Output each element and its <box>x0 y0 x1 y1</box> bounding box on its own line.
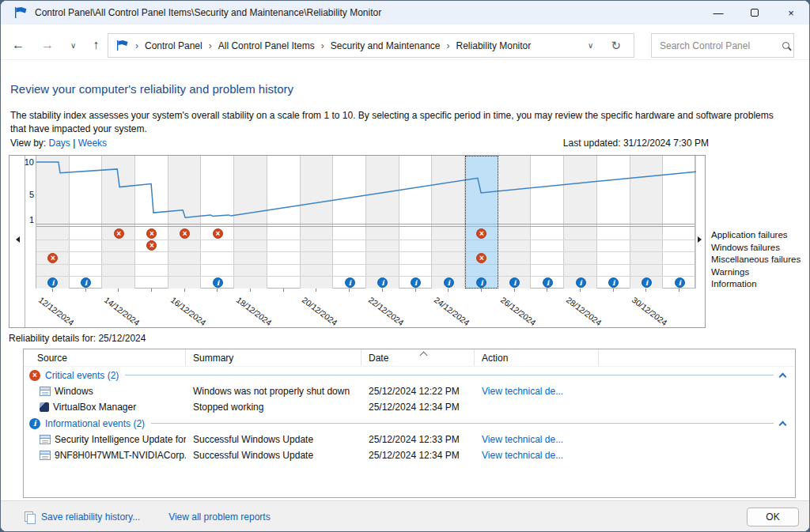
column-header-action[interactable]: Action <box>475 349 599 366</box>
address-dropdown-chevron-icon[interactable]: ∨ <box>588 41 593 50</box>
breadcrumb-item-security-and-maintenance[interactable]: Security and Maintenance <box>331 40 441 51</box>
event-group-label: Informational events (2) <box>45 418 145 429</box>
reliability-details-label: Reliability details for: 25/12/2024 <box>9 333 146 344</box>
x-axis-tick <box>118 289 119 292</box>
view-technical-details-link[interactable]: View technical de... <box>482 450 563 461</box>
breadcrumb-item-reliability-monitor[interactable]: Reliability Monitor <box>456 40 532 51</box>
breadcrumb-item-all-control-panel-items[interactable]: All Control Panel Items <box>218 40 315 51</box>
event-group-informational-events-2[interactable]: iInformational events (2) <box>24 415 795 432</box>
event-row-virtualbox-manager[interactable]: VirtualBox ManagerStopped working25/12/2… <box>24 399 795 415</box>
breadcrumb-separator-icon: › <box>447 40 450 51</box>
x-axis-tick <box>217 289 218 292</box>
reliability-details-table: SourceSummaryDateAction×Critical events … <box>23 349 796 498</box>
application-window-icon <box>40 451 51 460</box>
event-group-label: Critical events (2) <box>45 370 119 381</box>
collapse-chevron-icon[interactable] <box>779 372 787 380</box>
event-row-separator <box>36 264 695 265</box>
critical-event-icon[interactable]: × <box>213 228 223 239</box>
chart-plot-area: ××××××××iiiiiiiiiiiiii <box>36 156 695 289</box>
x-axis-tick <box>250 289 251 292</box>
sort-ascending-icon <box>420 352 428 360</box>
recent-pages-chevron-icon[interactable]: ∨ <box>70 41 76 50</box>
view-by-days-link[interactable]: Days <box>48 138 70 149</box>
x-axis-date-label-28-12-2024: 28/12/2024 <box>565 295 604 327</box>
critical-icon: × <box>29 370 40 381</box>
info-event-icon[interactable]: i <box>411 277 421 288</box>
refresh-icon[interactable]: ↻ <box>611 39 621 53</box>
info-event-icon[interactable]: i <box>675 277 685 288</box>
x-axis-tick <box>547 289 547 292</box>
x-axis-tick <box>679 289 679 292</box>
maximize-button[interactable] <box>736 1 773 25</box>
back-button[interactable]: ← <box>12 38 25 52</box>
legend-warnings: Warnings <box>711 266 801 279</box>
column-header-date[interactable]: Date <box>361 349 475 366</box>
ok-button[interactable]: OK <box>747 507 799 526</box>
legend-application-failures: Application failures <box>711 229 801 242</box>
breadcrumb-separator-icon: › <box>209 40 212 51</box>
cell-summary: Stopped working <box>186 402 361 413</box>
search-icon[interactable] <box>782 42 789 49</box>
cell-action: View technical de... <box>475 434 599 445</box>
critical-event-icon[interactable]: × <box>180 228 190 239</box>
event-group-rule <box>125 375 774 375</box>
reliability-monitor-window: Control Panel\All Control Panel Items\Se… <box>0 0 810 532</box>
info-icon: i <box>29 418 40 429</box>
y-axis-label-10: 10 <box>25 157 34 167</box>
x-axis-tick <box>85 289 86 292</box>
scroll-right-icon[interactable] <box>698 236 702 243</box>
application-window-icon <box>40 435 51 444</box>
forward-button[interactable]: → <box>41 38 54 52</box>
critical-event-icon[interactable]: × <box>476 228 486 239</box>
x-axis-tick <box>481 289 482 292</box>
event-row-windows[interactable]: WindowsWindows was not properly shut dow… <box>24 383 795 399</box>
critical-event-icon[interactable]: × <box>47 253 58 263</box>
view-by-separator: | <box>73 138 75 149</box>
y-axis-labels: 1051 <box>19 156 34 289</box>
x-axis-date-label-12-12-2024: 12/12/2024 <box>37 295 76 327</box>
x-axis-date-labels: 12/12/202414/12/202416/12/202418/12/2024… <box>36 289 695 328</box>
x-axis-tick <box>349 289 350 292</box>
info-event-icon[interactable]: i <box>213 277 223 288</box>
source-label: 9NF8H0H7WMLT-NVIDIACorp.NV... <box>55 450 186 461</box>
x-axis-tick <box>580 289 581 292</box>
view-all-problem-reports-link[interactable]: View all problem reports <box>168 511 271 523</box>
info-event-icon[interactable]: i <box>543 277 553 288</box>
info-event-icon[interactable]: i <box>576 277 586 288</box>
view-technical-details-link[interactable]: View technical de... <box>482 386 563 397</box>
event-group-rule <box>151 423 774 424</box>
minimize-button[interactable]: — <box>700 1 736 25</box>
critical-event-icon[interactable]: × <box>114 228 124 239</box>
x-axis-date-label-18-12-2024: 18/12/2024 <box>235 295 274 327</box>
breadcrumb-item-control-panel[interactable]: Control Panel <box>145 40 202 51</box>
x-axis-tick <box>382 289 383 292</box>
info-event-icon[interactable]: i <box>509 277 520 288</box>
view-technical-details-link[interactable]: View technical de... <box>482 434 563 445</box>
info-event-icon[interactable]: i <box>345 277 355 288</box>
up-button[interactable]: ↑ <box>93 38 99 52</box>
navigation-bar: ← → ∨ ↑ › Control Panel›All Control Pane… <box>1 25 809 60</box>
x-axis-date-label-20-12-2024: 20/12/2024 <box>301 295 339 327</box>
view-by-weeks-link[interactable]: Weeks <box>78 138 107 149</box>
virtualbox-icon <box>40 402 49 412</box>
event-group-critical-events-2[interactable]: ×Critical events (2) <box>24 367 795 383</box>
column-header-summary[interactable]: Summary <box>186 349 361 366</box>
cell-summary: Successful Windows Update <box>186 434 361 445</box>
source-label: Security Intelligence Update for M... <box>55 434 186 445</box>
event-row-9nf8h0h7wmlt-nvidiacorp-nv[interactable]: 9NF8H0H7WMLT-NVIDIACorp.NV...Successful … <box>24 447 795 463</box>
x-axis-date-label-22-12-2024: 22/12/2024 <box>367 295 406 327</box>
info-event-icon[interactable]: i <box>81 277 91 288</box>
event-row-security-intelligence-update-for-m[interactable]: Security Intelligence Update for M...Suc… <box>24 432 795 447</box>
column-header-filler <box>599 349 795 366</box>
info-event-icon[interactable]: i <box>642 277 652 288</box>
close-button[interactable]: × <box>773 1 809 25</box>
collapse-chevron-icon[interactable] <box>779 421 787 428</box>
save-reliability-history-link[interactable]: Save reliability history... <box>25 511 140 523</box>
search-input[interactable] <box>660 40 782 51</box>
column-header-source[interactable]: Source <box>24 349 186 366</box>
stability-chart: 1051 ××××××××iiiiiiiiiiiiii 12/12/202414… <box>9 155 706 328</box>
x-axis-tick <box>283 289 284 292</box>
x-axis-tick <box>613 289 614 292</box>
info-event-icon[interactable]: i <box>444 277 454 288</box>
critical-event-icon[interactable]: × <box>146 228 157 239</box>
